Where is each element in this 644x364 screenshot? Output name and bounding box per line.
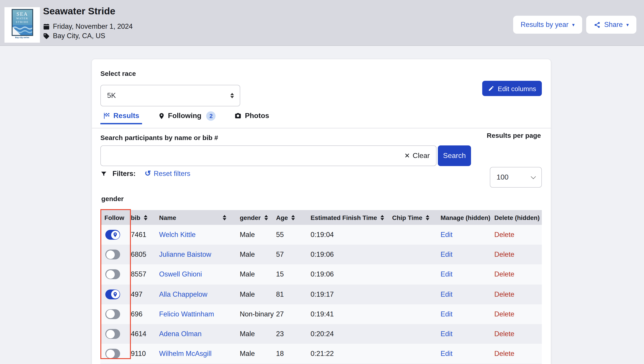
chevron-down-icon: ▾ [572,23,574,27]
manage-cell: Edit [440,270,494,278]
map-pin-icon [158,112,165,119]
follow-toggle[interactable] [105,349,120,358]
manage-cell: Edit [440,251,494,259]
map-pin-icon [112,232,118,237]
follow-toggle[interactable] [105,309,120,319]
toggle-knob [106,310,114,318]
follow-toggle[interactable] [105,230,120,240]
tab-photos[interactable]: Photos [232,106,272,126]
follow-toggle[interactable] [105,329,120,339]
edit-link[interactable]: Edit [440,330,452,337]
event-header: SEA WATER STRIDE Bay city series Seawate… [0,0,644,46]
participant-link[interactable]: Oswell Ghioni [159,270,202,278]
logo-corner-triangle [12,27,21,36]
toggle-knob [106,349,114,358]
estimated-finish-cell: 0:21:22 [310,350,392,358]
participant-link[interactable]: Felicio Wattinham [159,310,214,318]
manage-cell: Edit [440,231,494,239]
delete-link[interactable]: Delete [494,330,514,337]
participant-link[interactable]: Wilhelm McAsgill [159,350,212,357]
delete-link[interactable]: Delete [494,290,514,298]
edit-link[interactable]: Edit [440,251,452,258]
search-input[interactable]: ✕ Clear [100,145,436,166]
tab-photos-label: Photos [245,112,269,120]
reset-filters-link[interactable]: ↺ Reset filters [144,170,190,178]
bib-cell: 497 [131,290,159,298]
edit-columns-button[interactable]: Edit columns [482,81,542,96]
follow-cell [100,250,131,260]
clear-button[interactable]: ✕ Clear [404,146,430,166]
pencil-icon [488,85,494,92]
sort-icon [264,215,268,220]
per-page-value: 100 [496,173,508,181]
table-row: 6805 Julianne Baistow Male 57 0:19:06 Ed… [100,245,542,264]
event-date-row: Friday, November 1, 2024 [43,23,133,31]
select-arrows-icon [230,93,234,98]
table-row: 9110 Wilhelm McAsgill Male 18 0:21:22 Ed… [100,344,542,363]
toggle-knob [106,270,114,279]
column-header-age[interactable]: Age [276,214,310,221]
participant-link[interactable]: Adena Olman [159,330,202,337]
delete-link[interactable]: Delete [494,310,514,318]
manage-cell: Edit [440,350,494,358]
age-cell: 57 [276,251,310,259]
delete-cell: Delete [494,251,542,259]
delete-cell: Delete [494,290,542,298]
follow-toggle[interactable] [105,289,120,299]
toggle-knob [111,231,120,239]
follow-cell [100,349,131,358]
delete-link[interactable]: Delete [494,251,514,258]
reset-icon: ↺ [144,170,151,177]
name-cell: Alla Chappelow [159,290,240,298]
gender-cell: Male [240,251,276,259]
column-header-estimated-finish[interactable]: Estimated Finish Time [310,214,392,221]
follow-toggle[interactable] [105,270,120,279]
column-header-name[interactable]: Name [159,214,240,221]
tab-following[interactable]: Following 2 [156,106,218,126]
delete-cell: Delete [494,231,542,239]
event-location-row: Bay City, CA, US [43,32,105,40]
per-page-select[interactable]: 100 [490,167,542,188]
participant-link[interactable]: Welch Kittle [159,231,196,238]
participant-link[interactable]: Julianne Baistow [159,251,211,258]
column-header-follow: Follow [100,214,131,221]
column-header-gender[interactable]: gender [240,214,276,221]
delete-link[interactable]: Delete [494,350,514,357]
participant-link[interactable]: Alla Chappelow [159,290,207,298]
page-title: Seawater Stride [43,6,116,17]
event-date: Friday, November 1, 2024 [53,23,133,31]
tab-results[interactable]: Results [100,106,142,126]
edit-link[interactable]: Edit [440,290,452,298]
delete-cell: Delete [494,310,542,318]
estimated-finish-cell: 0:19:06 [310,270,392,278]
name-cell: Wilhelm McAsgill [159,350,240,358]
name-cell: Adena Olman [159,330,240,338]
column-header-chip-time[interactable]: Chip Time [392,214,440,221]
sort-icon [144,215,148,220]
results-table: Follow bib Name gender Age Estimated Fin… [100,210,542,364]
edit-link[interactable]: Edit [440,270,452,278]
estimated-finish-cell: 0:19:41 [310,310,392,318]
results-by-year-button[interactable]: Results by year ▾ [513,16,582,34]
table-row: 497 Alla Chappelow Male 81 0:19:17 Edit … [100,284,542,304]
search-button[interactable]: Search [438,145,471,166]
delete-cell: Delete [494,330,542,338]
delete-link[interactable]: Delete [494,231,514,238]
sort-icon [292,215,295,220]
table-header-row: Follow bib Name gender Age Estimated Fin… [100,210,542,225]
age-cell: 27 [276,310,310,318]
follow-toggle[interactable] [105,250,120,260]
follow-cell [100,289,131,299]
column-header-delete: Delete (hidden) [494,214,542,221]
race-select[interactable]: 5K [100,85,240,106]
edit-link[interactable]: Edit [440,310,452,318]
column-header-bib[interactable]: bib [131,214,159,221]
results-per-page-label: Results per page [487,131,541,139]
edit-link[interactable]: Edit [440,231,452,238]
share-button[interactable]: Share ▾ [586,16,636,34]
table-row: 696 Felicio Wattinham Non-binary 27 0:19… [100,304,542,324]
edit-link[interactable]: Edit [440,350,452,357]
delete-link[interactable]: Delete [494,270,514,278]
table-row: 7461 Welch Kittle Male 55 0:19:04 Edit D… [100,225,542,245]
manage-cell: Edit [440,330,494,338]
